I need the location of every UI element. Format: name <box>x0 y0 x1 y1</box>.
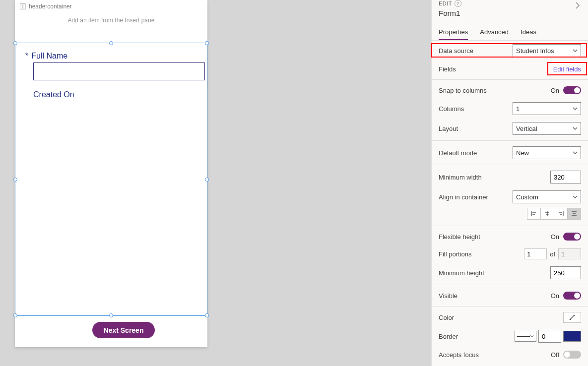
fields-label: Fields <box>439 65 456 73</box>
chevron-down-icon <box>573 47 578 55</box>
row-flex-height: Flexible height On <box>432 228 588 245</box>
row-default-mode: Default mode New <box>432 143 588 163</box>
selected-control-title: Form1 <box>439 7 581 21</box>
chevron-down-icon <box>573 193 578 201</box>
help-icon[interactable]: ? <box>455 0 461 7</box>
chevron-down-icon <box>573 149 578 157</box>
row-align: Align in container Custom <box>432 187 588 207</box>
svg-point-2 <box>570 319 571 320</box>
header-container-label: headercontainer <box>29 3 72 10</box>
row-data-source: Data source Student Infos <box>432 41 588 61</box>
default-mode-select[interactable]: New <box>513 146 581 159</box>
chevron-down-icon <box>573 105 578 113</box>
row-min-width: Minimum width <box>432 167 588 187</box>
border-color-swatch[interactable] <box>563 331 581 342</box>
min-width-input[interactable] <box>550 171 581 183</box>
row-border: Border <box>432 326 588 346</box>
required-mark: * <box>25 52 28 61</box>
tab-properties[interactable]: Properties <box>439 24 468 40</box>
align-right-icon[interactable] <box>554 208 568 220</box>
row-columns: Columns 1 <box>432 99 588 119</box>
fill-portions-input[interactable] <box>524 248 547 259</box>
align-select[interactable]: Custom <box>513 190 581 203</box>
edit-fields-link[interactable]: Edit fields <box>553 65 581 73</box>
border-width-input[interactable] <box>538 330 561 343</box>
row-snap: Snap to columns On <box>432 82 588 99</box>
svg-rect-1 <box>23 4 26 9</box>
row-layout: Layout Vertical <box>432 119 588 138</box>
svg-rect-0 <box>20 4 23 9</box>
next-screen-button[interactable]: Next Screen <box>92 322 155 338</box>
chevron-right-icon[interactable] <box>574 0 581 11</box>
row-accepts-focus: Accepts focus Off <box>432 346 588 363</box>
accepts-focus-toggle[interactable] <box>563 351 581 359</box>
align-left-icon[interactable] <box>527 208 541 220</box>
full-name-label: Full Name <box>31 52 67 61</box>
form1[interactable]: * Full Name Created On <box>16 43 206 315</box>
layout-select[interactable]: Vertical <box>513 122 581 135</box>
min-height-input[interactable] <box>550 266 581 279</box>
header-container[interactable]: headercontainer <box>15 0 207 13</box>
align-icons-group <box>527 208 581 220</box>
color-picker-button[interactable] <box>563 312 581 323</box>
chevron-down-icon <box>573 125 578 132</box>
full-name-label-row: * Full Name <box>25 52 197 61</box>
tab-advanced[interactable]: Advanced <box>480 24 509 40</box>
row-color: Color <box>432 308 588 326</box>
properties-panel: EDIT ? Form1 Properties Advanced Ideas D… <box>431 0 588 366</box>
data-source-label: Data source <box>439 47 473 55</box>
edit-breadcrumb: EDIT ? <box>439 0 581 7</box>
created-on-label: Created On <box>33 90 197 99</box>
align-stretch-icon[interactable] <box>567 208 581 220</box>
screen-card: headercontainer Add an item from the Ins… <box>15 0 207 347</box>
fill-portions-of-input <box>558 248 581 259</box>
container-icon <box>20 3 26 9</box>
full-name-input[interactable] <box>33 62 205 80</box>
row-fields: Fields Edit fields <box>432 61 588 77</box>
insert-hint: Add an item from the Insert pane <box>15 13 207 30</box>
border-style-select[interactable] <box>515 331 536 342</box>
canvas-phone: headercontainer Add an item from the Ins… <box>15 0 207 347</box>
row-fill-portions: Fill portions of <box>432 245 588 263</box>
tab-ideas[interactable]: Ideas <box>521 24 536 40</box>
columns-select[interactable]: 1 <box>513 102 581 115</box>
align-center-icon[interactable] <box>540 208 554 220</box>
visible-toggle[interactable] <box>563 292 581 300</box>
snap-toggle[interactable] <box>563 86 581 94</box>
row-visible: Visible On <box>432 287 588 304</box>
row-min-height: Minimum height <box>432 263 588 283</box>
flex-height-toggle[interactable] <box>563 233 581 241</box>
data-source-select[interactable]: Student Infos <box>513 44 581 57</box>
